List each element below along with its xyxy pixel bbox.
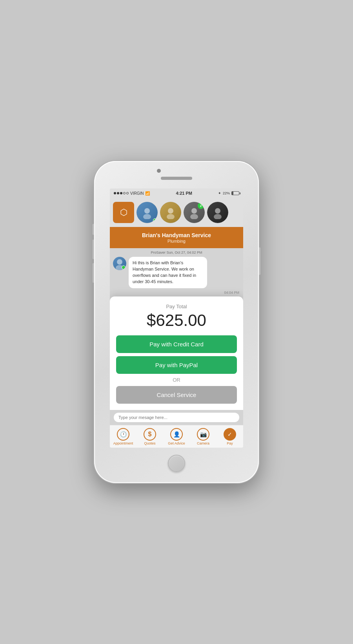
battery-percent: 22% (223, 191, 230, 195)
chat-time: 04:04 PM (110, 290, 243, 295)
quotes-icon: $ (144, 428, 156, 441)
svg-point-8 (117, 259, 122, 265)
svg-point-6 (215, 208, 220, 214)
bluetooth-icon: ✦ (218, 191, 221, 195)
pay-paypal-button[interactable]: Pay with PayPal (116, 356, 237, 374)
sender-avatar (113, 257, 126, 270)
svg-point-4 (191, 208, 197, 214)
avatar-4[interactable] (207, 202, 228, 223)
camera-label: Camera (197, 441, 209, 445)
camera-icon: 📷 (197, 428, 209, 441)
sender-online-dot (122, 265, 126, 269)
wifi-icon: 📶 (145, 191, 150, 196)
dot2 (117, 192, 119, 194)
service-type: Plumbing (167, 239, 186, 243)
tab-appointment[interactable]: 🕐 Appointment (111, 428, 135, 445)
pay-credit-card-button[interactable]: Pay with Credit Card (116, 335, 237, 353)
chat-message-row: Hi this is Brian with Brian's Handyman S… (110, 255, 243, 290)
app-logo: ⬡ (113, 202, 134, 223)
tab-quotes[interactable]: $ Quotes (138, 428, 162, 445)
avatar-row: ⬡ 2 (110, 198, 243, 227)
service-name: Brian's Handyman Service (142, 232, 211, 238)
svg-point-3 (167, 214, 175, 219)
appointment-icon: 🕐 (117, 428, 129, 441)
volume-mute-button (93, 224, 94, 235)
online-indicator (153, 218, 157, 222)
battery-fill (232, 192, 233, 195)
chat-area: ProSaver Sun, Oct 27, 04:02 PM Hi this i… (110, 248, 243, 410)
quotes-label: Quotes (144, 441, 155, 445)
signal-dots (114, 192, 129, 194)
dot4 (123, 192, 126, 194)
get-advice-label: Get Advice (168, 441, 185, 445)
power-button (259, 247, 260, 275)
status-left: VIRGIN 📶 (114, 191, 150, 196)
chat-meta: ProSaver Sun, Oct 27, 04:02 PM (110, 248, 243, 255)
tab-get-advice[interactable]: 👤 Get Advice (165, 428, 188, 445)
volume-up-button (93, 240, 94, 259)
svg-point-7 (214, 214, 222, 219)
payment-modal: Pay Total $625.00 Pay with Credit Card P… (110, 296, 243, 410)
tab-camera[interactable]: 📷 Camera (191, 428, 215, 445)
appointment-label: Appointment (113, 441, 133, 445)
pay-icon: ✓ (224, 428, 236, 441)
dot1 (114, 192, 116, 194)
avatar-1[interactable] (136, 202, 158, 223)
message-input-row (110, 410, 243, 425)
chat-bubble: Hi this is Brian with Brian's Handyman S… (129, 257, 207, 288)
avatar-2[interactable] (160, 202, 181, 223)
tab-bar: 🕐 Appointment $ Quotes 👤 Get Advice 📷 Ca… (110, 425, 243, 448)
message-input[interactable] (114, 413, 239, 422)
svg-point-2 (168, 208, 173, 214)
notification-badge: 2 (198, 203, 204, 209)
phone-top (94, 161, 259, 188)
pay-amount: $625.00 (116, 311, 237, 330)
home-button[interactable] (168, 455, 185, 472)
svg-point-1 (143, 214, 151, 219)
phone-frame: VIRGIN 📶 4:21 PM ✦ 22% ⬡ (94, 161, 259, 483)
avatar-3[interactable]: 2 (184, 202, 205, 223)
get-advice-icon: 👤 (170, 428, 183, 441)
battery-icon (231, 191, 239, 195)
speaker (161, 177, 192, 180)
front-camera (157, 169, 161, 173)
or-divider: OR (116, 377, 237, 383)
dot3 (120, 192, 122, 194)
status-right: ✦ 22% (218, 191, 239, 195)
avatar-4-img (207, 202, 228, 223)
status-bar: VIRGIN 📶 4:21 PM ✦ 22% (110, 188, 243, 198)
dot5 (126, 192, 129, 194)
cancel-service-button[interactable]: Cancel Service (116, 386, 237, 404)
tab-pay[interactable]: ✓ Pay (218, 428, 242, 445)
phone-bottom (94, 448, 259, 479)
volume-down-button (93, 263, 94, 283)
screen: VIRGIN 📶 4:21 PM ✦ 22% ⬡ (110, 188, 243, 448)
svg-point-5 (190, 214, 198, 219)
pay-label: Pay (227, 441, 233, 445)
avatar-2-img (160, 202, 181, 223)
carrier-label: VIRGIN (130, 191, 144, 196)
status-time: 4:21 PM (176, 191, 192, 196)
service-header: Brian's Handyman Service Plumbing (110, 227, 243, 248)
logo-icon: ⬡ (120, 207, 127, 218)
pay-total-label: Pay Total (116, 304, 237, 309)
svg-point-0 (144, 208, 150, 214)
